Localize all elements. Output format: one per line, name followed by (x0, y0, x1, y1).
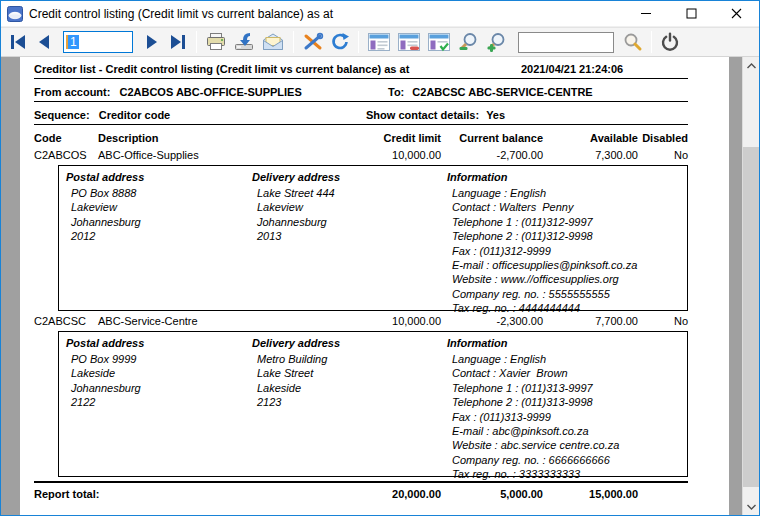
delivery-address-title: Delivery address (252, 171, 447, 186)
page-margin-left (1, 57, 20, 515)
report-range-line: From account: C2ABCOS ABC-OFFICE-SUPPLIE… (34, 86, 688, 102)
information-lines: Language : English Contact : Xavier Brow… (447, 352, 687, 482)
row-disabled: No (638, 149, 688, 161)
zoom-out-button[interactable] (454, 29, 482, 55)
scroll-down-icon (747, 504, 756, 510)
exit-button[interactable] (657, 29, 683, 55)
previous-page-icon (35, 34, 53, 50)
refresh-button[interactable] (327, 29, 353, 55)
delivery-address-column: Delivery address Lake Street 444 Lakevie… (252, 171, 447, 310)
information-lines: Language : English Contact : Walters Pen… (447, 186, 687, 316)
information-column: Information Language : English Contact :… (447, 337, 687, 476)
report-viewer: Creditor list - Credit control listing (… (1, 57, 759, 515)
row-current-balance: -2,300.00 (441, 315, 543, 327)
row-available: 7,300.00 (543, 149, 638, 161)
report-window-icon (7, 6, 23, 22)
close-button[interactable] (714, 1, 759, 27)
row-current-balance: -2,700.00 (441, 149, 543, 161)
report-viewer-window: Credit control listing (Credit limit vs … (0, 0, 760, 516)
scroll-down-button[interactable] (743, 498, 759, 515)
col-header-current-balance: Current balance (441, 132, 543, 144)
last-page-button[interactable] (165, 29, 191, 55)
page-number-input[interactable]: 1 (63, 31, 133, 53)
search-input[interactable] (518, 32, 614, 53)
zoom-in-icon (485, 32, 507, 52)
search-button[interactable] (618, 29, 646, 55)
contact-details-box: Postal address PO Box 9999 Lakeside Joha… (58, 331, 688, 477)
layout-check-icon (427, 32, 451, 52)
previous-page-button[interactable] (31, 29, 57, 55)
sequence-label: Sequence: (34, 109, 90, 121)
next-page-icon (143, 34, 161, 50)
delivery-address-title: Delivery address (252, 337, 447, 352)
postal-address-column: Postal address PO Box 9999 Lakeside Joha… (66, 337, 252, 476)
table-row: C2ABCSC ABC-Service-Centre 10,000.00 -2,… (34, 315, 688, 327)
delivery-address-lines: Lake Street 444 Lakeview Johannesburg 20… (252, 186, 447, 244)
total-current-balance: 5,000.00 (441, 488, 543, 500)
report-datetime: 2021/04/21 21:24:06 (521, 63, 623, 75)
refresh-icon (330, 32, 350, 52)
col-header-disabled: Disabled (638, 132, 688, 144)
report-header-line: Creditor list - Credit control listing (… (34, 63, 688, 79)
layout-remove-button[interactable] (394, 29, 424, 55)
printer-icon (205, 32, 227, 52)
toolbar-separator (651, 31, 652, 53)
maximize-button[interactable] (669, 1, 714, 27)
information-title: Information (447, 171, 687, 186)
postal-address-lines: PO Box 9999 Lakeside Johannesburg 2122 (66, 352, 252, 410)
total-available: 15,000.00 (543, 488, 638, 500)
postal-address-title: Postal address (66, 171, 252, 186)
tools-button[interactable] (299, 29, 327, 55)
page-margin-right (729, 57, 742, 515)
report-total-label: Report total: (34, 488, 198, 500)
report-title: Creditor list - Credit control listing (… (34, 63, 409, 75)
next-page-button[interactable] (139, 29, 165, 55)
layout-check-button[interactable] (424, 29, 454, 55)
last-page-icon (168, 34, 188, 50)
scrollbar-thumb[interactable] (743, 147, 759, 487)
close-icon (731, 8, 742, 19)
vertical-scrollbar[interactable] (742, 57, 759, 515)
page-number-value: 1 (68, 35, 79, 49)
delivery-address-lines: Metro Building Lake Street Lakeside 2123 (252, 352, 447, 410)
layout-plain-icon (367, 32, 391, 52)
row-description: ABC-Service-Centre (98, 315, 341, 327)
table-column-headers: Code Description Credit limit Current ba… (34, 132, 688, 144)
information-column: Information Language : English Contact :… (447, 171, 687, 310)
email-icon (261, 32, 285, 52)
scroll-up-icon (747, 63, 756, 69)
export-icon (233, 32, 255, 52)
report-options-line: Sequence: Creditor code Show contact det… (34, 109, 688, 125)
postal-address-lines: PO Box 8888 Lakeview Johannesburg 2012 (66, 186, 252, 244)
row-credit-limit: 10,000.00 (341, 149, 441, 161)
row-disabled: No (638, 315, 688, 327)
toolbar-separator (293, 31, 294, 53)
scroll-up-button[interactable] (743, 57, 759, 74)
col-header-available: Available (543, 132, 638, 144)
layout-plain-button[interactable] (364, 29, 394, 55)
print-button[interactable] (202, 29, 230, 55)
report-page: Creditor list - Credit control listing (… (20, 57, 729, 515)
postal-address-title: Postal address (66, 337, 252, 352)
search-icon (621, 32, 643, 52)
sequence-value: Creditor code (99, 109, 171, 121)
row-credit-limit: 10,000.00 (341, 315, 441, 327)
layout-remove-icon (397, 32, 421, 52)
report-content: Creditor list - Credit control listing (… (34, 57, 688, 500)
minimize-icon (641, 8, 652, 19)
email-button[interactable] (258, 29, 288, 55)
power-icon (660, 32, 680, 52)
row-available: 7,700.00 (543, 315, 638, 327)
first-page-button[interactable] (5, 29, 31, 55)
zoom-in-button[interactable] (482, 29, 510, 55)
toolbar-separator (358, 31, 359, 53)
minimize-button[interactable] (624, 1, 669, 27)
to-account-value: C2ABCSC ABC-SERVICE-CENTRE (412, 86, 592, 98)
row-code: C2ABCOS (34, 149, 98, 161)
information-title: Information (447, 337, 687, 352)
col-header-credit-limit: Credit limit (341, 132, 441, 144)
first-page-icon (8, 34, 28, 50)
from-account-value: C2ABCOS ABC-OFFICE-SUPPLIES (119, 86, 301, 98)
title-bar[interactable]: Credit control listing (Credit limit vs … (1, 1, 759, 27)
export-button[interactable] (230, 29, 258, 55)
